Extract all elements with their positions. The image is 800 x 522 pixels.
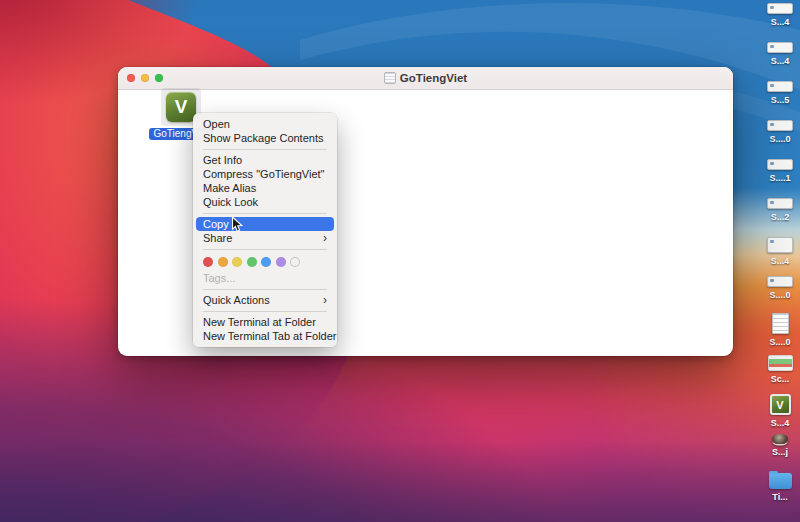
menu-separator bbox=[203, 249, 327, 250]
screenshot-file-icon bbox=[767, 159, 793, 170]
menu-item-compress[interactable]: Compress "GoTiengViet" bbox=[193, 167, 337, 181]
gotiengviet-app-icon: V bbox=[770, 394, 791, 415]
screenshot-file-icon bbox=[767, 81, 793, 92]
tag-orange-button[interactable] bbox=[218, 257, 228, 267]
tag-blue-button[interactable] bbox=[261, 257, 271, 267]
menu-item-get-info[interactable]: Get Info bbox=[193, 153, 337, 167]
desktop-item-label: S...4 bbox=[771, 56, 790, 66]
window-titlebar[interactable]: GoTiengViet bbox=[118, 67, 733, 90]
menu-item-tags[interactable]: Tags... bbox=[193, 271, 337, 285]
document-file-icon bbox=[772, 313, 789, 334]
submenu-chevron-icon: › bbox=[323, 231, 327, 245]
folder-icon bbox=[769, 473, 792, 489]
cup-file-icon bbox=[772, 434, 788, 444]
menu-separator bbox=[203, 213, 327, 214]
menu-item-make-alias[interactable]: Make Alias bbox=[193, 181, 337, 195]
desktop-item-label: Sc... bbox=[771, 374, 790, 384]
desktop-item-label: S....0 bbox=[769, 337, 790, 347]
desktop-item[interactable]: Ti... bbox=[752, 473, 800, 502]
tag-color-row bbox=[193, 253, 337, 271]
desktop-item-label: S...4 bbox=[771, 418, 790, 428]
desktop-item[interactable]: S....0 bbox=[752, 276, 800, 300]
desktop-item[interactable]: S....0 bbox=[752, 313, 800, 347]
desktop-item-label: S...4 bbox=[771, 256, 790, 266]
screenshot-file-icon bbox=[767, 120, 793, 131]
tag-red-button[interactable] bbox=[203, 257, 213, 267]
submenu-chevron-icon: › bbox=[323, 293, 327, 307]
desktop-item-label: S...j bbox=[772, 447, 788, 457]
screenshot-color-file-icon bbox=[768, 355, 793, 371]
screenshot-file-icon bbox=[767, 237, 793, 253]
desktop-item[interactable]: S...4 bbox=[752, 3, 800, 27]
zoom-button[interactable] bbox=[155, 74, 163, 82]
menu-item-new-terminal-tab-at-folder[interactable]: New Terminal Tab at Folder bbox=[193, 329, 337, 343]
gotiengviet-app-icon[interactable]: V bbox=[166, 92, 196, 122]
screenshot-file-icon bbox=[767, 42, 793, 53]
window-title: GoTiengViet bbox=[118, 72, 733, 84]
desktop-item-label: S...2 bbox=[771, 212, 790, 222]
desktop-item-label: S....0 bbox=[769, 134, 790, 144]
desktop-item-label: S....0 bbox=[769, 290, 790, 300]
desktop-item[interactable]: S...4 bbox=[752, 237, 800, 266]
menu-separator bbox=[203, 289, 327, 290]
desktop-item-label: S...5 bbox=[771, 95, 790, 105]
menu-item-quick-actions[interactable]: Quick Actions› bbox=[193, 293, 337, 307]
menu-item-copy[interactable]: Copy bbox=[196, 217, 334, 231]
desktop-item[interactable]: S...5 bbox=[752, 81, 800, 105]
menu-separator bbox=[203, 149, 327, 150]
desktop-item-label: Ti... bbox=[772, 492, 787, 502]
desktop-item[interactable]: VS...4 bbox=[752, 394, 800, 428]
close-button[interactable] bbox=[127, 74, 135, 82]
menu-separator bbox=[203, 311, 327, 312]
desktop-item[interactable]: S...2 bbox=[752, 198, 800, 222]
tag-yellow-button[interactable] bbox=[232, 257, 242, 267]
desktop-item[interactable]: S...4 bbox=[752, 42, 800, 66]
tag-none-button[interactable] bbox=[290, 257, 300, 267]
desktop-item[interactable]: Sc... bbox=[752, 355, 800, 384]
traffic-lights bbox=[118, 74, 163, 82]
menu-item-quick-look[interactable]: Quick Look bbox=[193, 195, 337, 209]
proxy-document-icon bbox=[384, 72, 396, 84]
desktop-item-label: S....1 bbox=[769, 173, 790, 183]
screenshot-file-icon bbox=[767, 276, 793, 287]
context-menu: Open Show Package Contents Get Info Comp… bbox=[193, 113, 337, 347]
window-title-text: GoTiengViet bbox=[400, 72, 467, 84]
desktop-item[interactable]: S...j bbox=[752, 434, 800, 457]
menu-item-share[interactable]: Share› bbox=[193, 231, 337, 245]
minimize-button[interactable] bbox=[141, 74, 149, 82]
desktop-item[interactable]: S....0 bbox=[752, 120, 800, 144]
menu-item-new-terminal-at-folder[interactable]: New Terminal at Folder bbox=[193, 315, 337, 329]
menu-item-open[interactable]: Open bbox=[193, 117, 337, 131]
desktop-item-label: S...4 bbox=[771, 17, 790, 27]
screenshot-file-icon bbox=[767, 3, 793, 14]
screenshot-file-icon bbox=[767, 198, 793, 209]
mouse-cursor-icon bbox=[231, 216, 245, 234]
menu-item-show-package-contents[interactable]: Show Package Contents bbox=[193, 131, 337, 145]
tag-green-button[interactable] bbox=[247, 257, 257, 267]
tag-purple-button[interactable] bbox=[276, 257, 286, 267]
desktop-item[interactable]: S....1 bbox=[752, 159, 800, 183]
